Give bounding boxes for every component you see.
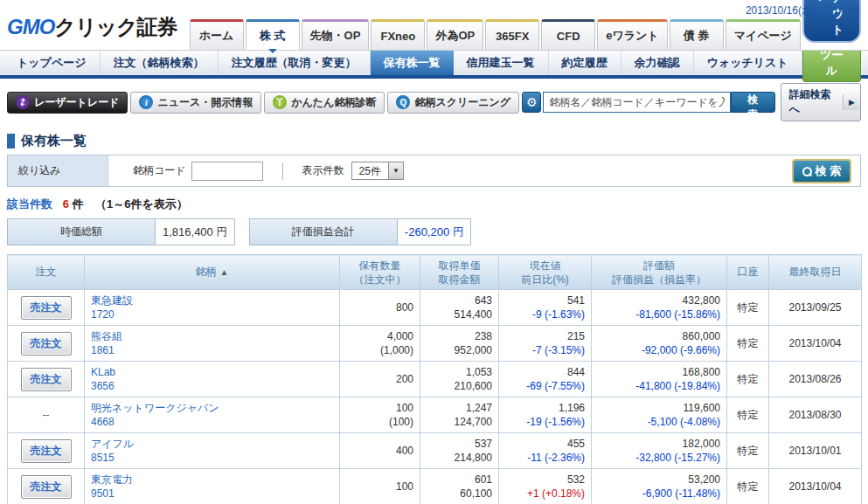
stock-name-link[interactable]: KLab bbox=[91, 366, 115, 378]
product-tab-label: ホーム bbox=[199, 28, 234, 44]
summary-box: 評価損益合計 -260,200 円 bbox=[249, 218, 471, 245]
sell-order-button[interactable]: 売注文 bbox=[21, 368, 72, 391]
product-tab-label: eワラント bbox=[606, 28, 658, 44]
product-tab[interactable]: 債 券 bbox=[670, 19, 724, 50]
subnav-item-label: 保有株一覧 bbox=[384, 55, 441, 71]
product-tab[interactable]: マイページ bbox=[726, 19, 801, 50]
market-value: 168,800 bbox=[598, 365, 720, 379]
product-tab[interactable]: FXneo bbox=[371, 19, 425, 50]
logo-rest-text: クリック証券 bbox=[54, 15, 177, 38]
gear-icon: ⚙ bbox=[526, 95, 538, 109]
page-title: 保有株一覧 bbox=[21, 133, 87, 149]
filter-search-label: 検 索 bbox=[815, 163, 841, 179]
order-cell: 売注文 bbox=[8, 469, 85, 504]
valuation-cell: 182,000 -32,800 (-15.27%) bbox=[592, 433, 727, 469]
stock-cell: アイフル 8515 bbox=[85, 433, 340, 469]
total-cost: 124,700 bbox=[427, 415, 492, 429]
subnav-item[interactable]: 約定履歴 bbox=[549, 51, 621, 75]
stock-name-link[interactable]: 明光ネットワークジャパン bbox=[91, 402, 219, 414]
day-change: -69 (-7.55%) bbox=[505, 379, 585, 393]
profit-loss: -92,000 (-9.66%) bbox=[598, 343, 720, 357]
price-cell: 455 -11 (-2.36%) bbox=[499, 433, 592, 469]
stock-search-input[interactable] bbox=[543, 92, 730, 113]
stock-code: 9501 bbox=[91, 487, 333, 501]
arrow-right-icon: ▶ bbox=[843, 94, 860, 110]
stock-name-link[interactable]: アイフル bbox=[91, 438, 134, 450]
subnav-item[interactable]: 注文履歴（取消・変更） bbox=[219, 51, 371, 75]
product-tab[interactable]: CFD bbox=[541, 19, 595, 50]
account-cell: 特定 bbox=[727, 290, 769, 326]
quantity: 100 bbox=[346, 401, 413, 415]
gmo-click-logo[interactable]: GMOクリック証券 bbox=[7, 13, 177, 50]
holding-row: -- 明光ネットワークジャパン 4668 100 (100) 1,247 124… bbox=[8, 397, 862, 433]
price-cell: 541 -9 (-1.63%) bbox=[499, 290, 592, 326]
display-count-select[interactable]: 25件 ▼ bbox=[351, 162, 404, 180]
search-settings-button[interactable]: ⚙ bbox=[522, 92, 541, 113]
valuation-cell: 432,800 -81,600 (-15.86%) bbox=[592, 290, 727, 326]
subnav-item[interactable]: 余力確認 bbox=[621, 51, 694, 75]
laser-trade-button[interactable]: ⇄ レーザートレード bbox=[7, 92, 128, 114]
price-cell: 1,196 -19 (-1.56%) bbox=[499, 397, 592, 433]
advanced-search-button[interactable]: 詳細検索へ ▶ bbox=[781, 83, 861, 121]
news-label: ニュース・開示情報 bbox=[157, 95, 253, 110]
product-tab[interactable]: eワラント bbox=[597, 19, 667, 50]
result-count-unit: 件 bbox=[72, 197, 83, 211]
search-submit-button[interactable]: 検 索 bbox=[731, 92, 775, 113]
current-price: 215 bbox=[505, 329, 585, 343]
cost-cell: 643 514,400 bbox=[420, 290, 499, 326]
product-tab[interactable]: ホーム bbox=[190, 19, 244, 50]
market-value: 119,600 bbox=[598, 401, 720, 415]
product-tab-label: CFD bbox=[557, 30, 580, 43]
valuation-cell: 168,800 -41,800 (-19.84%) bbox=[592, 362, 727, 397]
product-tab-label: 株 式 bbox=[260, 28, 286, 44]
subnav-item-label: 余力確認 bbox=[635, 55, 680, 71]
account-cell: 特定 bbox=[727, 397, 769, 433]
magnifier-icon bbox=[802, 167, 811, 176]
quantity-cell: 200 bbox=[340, 362, 420, 397]
logo-gmo-text: GMO bbox=[7, 15, 54, 38]
sell-order-button[interactable]: 売注文 bbox=[21, 332, 72, 356]
sort-asc-icon[interactable]: ▲ bbox=[220, 267, 229, 277]
subnav-item[interactable]: トップページ bbox=[3, 51, 101, 75]
subnav-item[interactable]: 注文（銘柄検索） bbox=[101, 51, 219, 75]
sell-order-button[interactable]: 売注文 bbox=[21, 475, 72, 499]
summary-unit: 円 bbox=[217, 224, 227, 239]
unit-cost: 1,247 bbox=[427, 401, 492, 415]
stock-cell: 熊谷組 1861 bbox=[85, 326, 340, 362]
table-header-row: 注文 銘柄▲ 保有数量（注文中） 取得単価取得金額 現在値前日比(%) 評価額評… bbox=[8, 255, 862, 290]
product-tab[interactable]: 365FX bbox=[485, 19, 539, 50]
sell-order-button[interactable]: 売注文 bbox=[21, 439, 72, 463]
diagnosis-button[interactable]: 丫 かんたん銘柄診断 bbox=[264, 92, 385, 114]
account-cell: 特定 bbox=[727, 326, 769, 362]
unit-cost: 601 bbox=[427, 473, 492, 487]
price-cell: 532 +1 (+0.18%) bbox=[499, 469, 592, 504]
account-cell: 特定 bbox=[727, 433, 769, 469]
app-header: 2013/10/16(水) 17:14:55 GMOクリック証券 ホーム 株 式… bbox=[0, 0, 868, 51]
day-change: -9 (-1.63%) bbox=[505, 307, 585, 321]
subnav-item[interactable]: 信用建玉一覧 bbox=[454, 51, 549, 75]
current-price: 455 bbox=[505, 437, 585, 451]
subnav-item[interactable]: ウォッチリスト bbox=[694, 51, 802, 75]
stock-code-input[interactable] bbox=[191, 162, 263, 181]
stock-name-link[interactable]: 東京電力 bbox=[91, 473, 133, 486]
stock-name-link[interactable]: 熊谷組 bbox=[91, 330, 122, 342]
news-button[interactable]: i ニュース・開示情報 bbox=[130, 92, 261, 114]
filter-search-button[interactable]: 検 索 bbox=[792, 159, 851, 183]
price-cell: 844 -69 (-7.55%) bbox=[499, 362, 592, 397]
sell-order-button[interactable]: 売注文 bbox=[21, 296, 72, 320]
screening-button[interactable]: Q 銘柄スクリーニング bbox=[387, 92, 519, 114]
col-price: 現在値前日比(%) bbox=[499, 255, 592, 290]
product-tab[interactable]: 外為OP bbox=[427, 19, 483, 50]
col-order: 注文 bbox=[8, 255, 85, 290]
valuation-cell: 119,600 -5,100 (-4.08%) bbox=[592, 397, 727, 433]
laser-trade-label: レーザートレード bbox=[34, 95, 119, 110]
divider bbox=[282, 162, 283, 180]
total-cost: 60,100 bbox=[427, 487, 492, 501]
subnav-item[interactable]: 保有株一覧 bbox=[371, 51, 454, 75]
stock-name-link[interactable]: 東急建設 bbox=[91, 294, 133, 307]
product-tab[interactable]: 先物・OP bbox=[302, 19, 370, 50]
product-tab[interactable]: 株 式 bbox=[246, 19, 300, 50]
result-count-label: 該当件数 bbox=[7, 197, 52, 211]
market-value: 860,000 bbox=[598, 329, 720, 343]
stock-cell: 東急建設 1720 bbox=[85, 290, 340, 326]
